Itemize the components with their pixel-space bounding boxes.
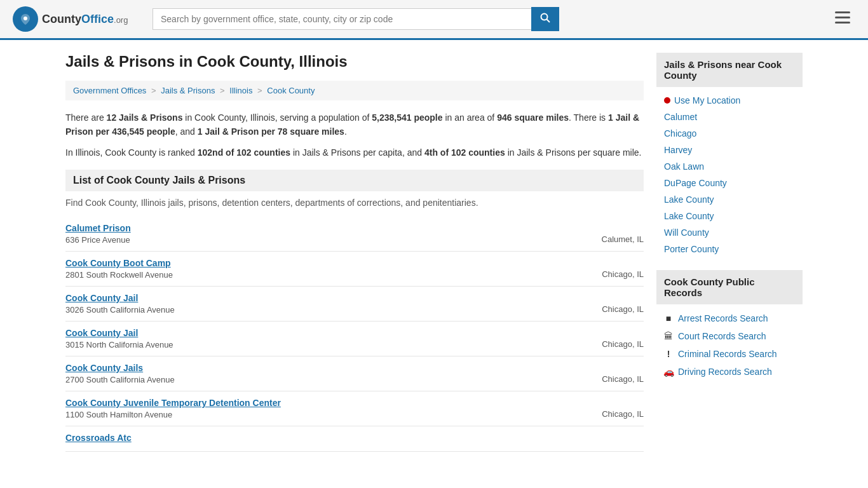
facility-address: 636 Price Avenue <box>65 235 131 245</box>
arrest-records-link[interactable]: ■ Arrest Records Search <box>656 309 803 327</box>
court-icon: 🏛 <box>664 332 673 341</box>
facility-name[interactable]: Crossroads Atc <box>65 433 132 443</box>
facility-city: Calumet, IL <box>602 234 644 244</box>
search-button[interactable] <box>531 7 559 31</box>
breadcrumb-gov-offices[interactable]: Government Offices <box>73 86 146 95</box>
logo-text: CountyOffice.org <box>42 13 128 26</box>
svg-rect-5 <box>835 17 850 18</box>
facility-city: Chicago, IL <box>602 304 644 314</box>
public-records-title: Cook County Public Records <box>656 270 803 304</box>
facility-item: Calumet Prison 636 Price Avenue Calumet,… <box>65 217 644 252</box>
nearby-link-dupage[interactable]: DuPage County <box>656 175 803 191</box>
sidebar: Jails & Prisons near Cook County Use My … <box>656 53 803 452</box>
svg-point-2 <box>541 14 548 20</box>
facility-name[interactable]: Cook County Boot Camp <box>65 258 173 268</box>
facility-item: Cook County Jail 3015 North California A… <box>65 322 644 356</box>
criminal-icon: ! <box>664 349 673 358</box>
breadcrumb-sep-2: > <box>220 86 225 95</box>
location-dot-icon <box>664 97 670 104</box>
breadcrumb: Government Offices > Jails & Prisons > I… <box>65 81 644 100</box>
facility-address: 3015 North California Avenue <box>65 340 173 349</box>
facility-item: Cook County Juvenile Temporary Detention… <box>65 391 644 426</box>
public-records-section: Cook County Public Records ■ Arrest Reco… <box>656 270 803 381</box>
breadcrumb-sep-1: > <box>151 86 156 95</box>
stats-paragraph-2: In Illinois, Cook County is ranked 102nd… <box>65 146 644 159</box>
facility-name[interactable]: Calumet Prison <box>65 223 131 233</box>
nearby-link-chicago[interactable]: Chicago <box>656 125 803 142</box>
breadcrumb-sep-3: > <box>257 86 262 95</box>
search-input[interactable] <box>153 8 531 30</box>
svg-rect-4 <box>835 11 850 13</box>
nearby-title: Jails & Prisons near Cook County <box>656 53 803 87</box>
breadcrumb-cook-county[interactable]: Cook County <box>267 86 315 95</box>
logo-icon <box>13 6 38 32</box>
nearby-link-lake-county-1[interactable]: Lake County <box>656 191 803 208</box>
breadcrumb-jails[interactable]: Jails & Prisons <box>161 86 215 95</box>
facility-list: Calumet Prison 636 Price Avenue Calumet,… <box>65 217 644 452</box>
driving-records-link[interactable]: 🚗 Driving Records Search <box>656 363 803 381</box>
criminal-records-link[interactable]: ! Criminal Records Search <box>656 345 803 363</box>
arrest-icon: ■ <box>664 314 673 323</box>
nearby-link-oak-lawn[interactable]: Oak Lawn <box>656 158 803 175</box>
page-title: Jails & Prisons in Cook County, Illinois <box>65 53 644 71</box>
court-records-link[interactable]: 🏛 Court Records Search <box>656 327 803 345</box>
facility-city: Chicago, IL <box>602 339 644 349</box>
facility-name[interactable]: Cook County Jails <box>65 363 175 373</box>
facility-city: Chicago, IL <box>602 269 644 279</box>
header: CountyOffice.org <box>0 0 868 40</box>
facility-address: 3026 South California Avenue <box>65 305 175 315</box>
main-column: Jails & Prisons in Cook County, Illinois… <box>65 53 644 452</box>
nearby-link-harvey[interactable]: Harvey <box>656 142 803 158</box>
facility-item: Crossroads Atc <box>65 426 644 452</box>
nearby-link-lake-county-2[interactable]: Lake County <box>656 208 803 224</box>
list-description: Find Cook County, Illinois jails, prison… <box>65 198 644 208</box>
nearby-link-calumet[interactable]: Calumet <box>656 109 803 125</box>
nearby-link-will-county[interactable]: Will County <box>656 224 803 241</box>
facility-item: Cook County Boot Camp 2801 South Rockwel… <box>65 252 644 287</box>
breadcrumb-illinois[interactable]: Illinois <box>229 86 252 95</box>
svg-line-3 <box>547 20 550 23</box>
driving-icon: 🚗 <box>664 367 673 376</box>
facility-city: Chicago, IL <box>602 374 644 384</box>
svg-point-1 <box>24 17 27 20</box>
facility-city: Chicago, IL <box>602 409 644 419</box>
facility-address: 2700 South California Avenue <box>65 375 175 384</box>
svg-rect-6 <box>835 22 850 24</box>
facility-name[interactable]: Cook County Jail <box>65 328 173 338</box>
facility-item: Cook County Jail 3026 South California A… <box>65 287 644 322</box>
facility-name[interactable]: Cook County Jail <box>65 293 175 303</box>
search-area <box>153 7 559 31</box>
facility-name[interactable]: Cook County Juvenile Temporary Detention… <box>65 398 281 408</box>
nearby-section: Jails & Prisons near Cook County Use My … <box>656 53 803 257</box>
use-location-link[interactable]: Use My Location <box>656 92 803 109</box>
stats-paragraph-1: There are 12 Jails & Prisons in Cook Cou… <box>65 111 644 139</box>
menu-button[interactable] <box>830 8 855 30</box>
logo-area: CountyOffice.org <box>13 6 140 32</box>
page-content: Jails & Prisons in Cook County, Illinois… <box>53 40 815 464</box>
nearby-link-porter-county[interactable]: Porter County <box>656 241 803 257</box>
facility-address: 2801 South Rockwell Avenue <box>65 270 173 280</box>
facility-address: 1100 South Hamilton Avenue <box>65 410 281 419</box>
list-section-header: List of Cook County Jails & Prisons <box>65 170 644 191</box>
facility-item: Cook County Jails 2700 South California … <box>65 356 644 391</box>
